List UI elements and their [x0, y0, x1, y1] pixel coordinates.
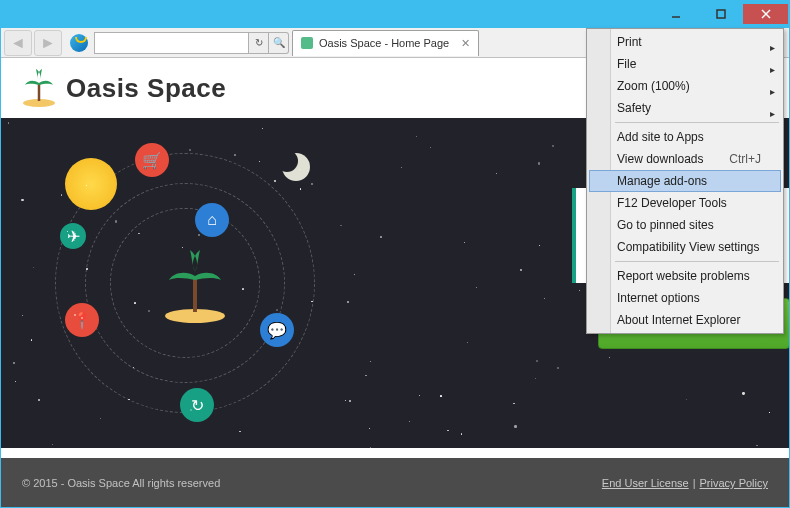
menu-item-zoom-100-[interactable]: Zoom (100%): [589, 75, 781, 97]
menu-item-file[interactable]: File: [589, 53, 781, 75]
sun-icon: [65, 158, 117, 210]
cart-icon: 🛒: [135, 143, 169, 177]
search-button[interactable]: 🔍: [269, 32, 289, 54]
menu-item-view-downloads[interactable]: View downloadsCtrl+J: [589, 148, 781, 170]
menu-item-f12-developer-tools[interactable]: F12 Developer Tools: [589, 192, 781, 214]
ie-logo-icon: [70, 34, 88, 52]
footer-link-privacy[interactable]: Privacy Policy: [700, 477, 768, 489]
pin-icon: 📍: [65, 303, 99, 337]
menu-item-internet-options[interactable]: Internet options: [589, 287, 781, 309]
browser-tab[interactable]: Oasis Space - Home Page ✕: [292, 30, 479, 56]
menu-item-go-to-pinned-sites[interactable]: Go to pinned sites: [589, 214, 781, 236]
menu-item-manage-add-ons[interactable]: Manage add-ons: [589, 170, 781, 192]
minimize-button[interactable]: [653, 4, 698, 24]
moon-icon: [282, 153, 310, 181]
tab-favicon-icon: [301, 37, 313, 49]
tab-close-icon[interactable]: ✕: [461, 37, 470, 50]
menu-item-safety[interactable]: Safety: [589, 97, 781, 119]
menu-item-compatibility-view-settings[interactable]: Compatibility View settings: [589, 236, 781, 258]
copyright-text: © 2015 - Oasis Space All rights reserved: [22, 477, 220, 489]
menu-item-report-website-problems[interactable]: Report website problems: [589, 265, 781, 287]
menu-item-add-site-to-apps[interactable]: Add site to Apps: [589, 126, 781, 148]
maximize-button[interactable]: [698, 4, 743, 24]
close-button[interactable]: [743, 4, 788, 24]
site-logo[interactable]: Oasis Space: [18, 67, 226, 109]
menu-item-print[interactable]: Print: [589, 31, 781, 53]
refresh-dot-icon: ↻: [180, 388, 214, 422]
back-button[interactable]: ◄: [4, 30, 32, 56]
svg-rect-1: [717, 10, 725, 18]
tools-menu: PrintFileZoom (100%)SafetyAdd site to Ap…: [586, 28, 784, 334]
footer-link-eula[interactable]: End User License: [602, 477, 689, 489]
forward-button[interactable]: ►: [34, 30, 62, 56]
palm-logo-icon: [18, 67, 60, 109]
tab-title: Oasis Space - Home Page: [319, 37, 449, 49]
home-dot-icon: ⌂: [195, 203, 229, 237]
orbit-graphic: 🛒 ⌂ 📍 💬 ↻ ✈: [40, 138, 330, 428]
logo-text: Oasis Space: [66, 73, 226, 104]
site-footer: © 2015 - Oasis Space All rights reserved…: [0, 458, 790, 508]
plane-icon: ✈: [60, 223, 86, 249]
chat-icon: 💬: [260, 313, 294, 347]
menu-item-about-internet-explorer[interactable]: About Internet Explorer: [589, 309, 781, 331]
refresh-button[interactable]: ↻: [249, 32, 269, 54]
window-title-bar: [0, 0, 790, 28]
address-bar[interactable]: [94, 32, 249, 54]
palm-center-icon: [155, 248, 235, 328]
